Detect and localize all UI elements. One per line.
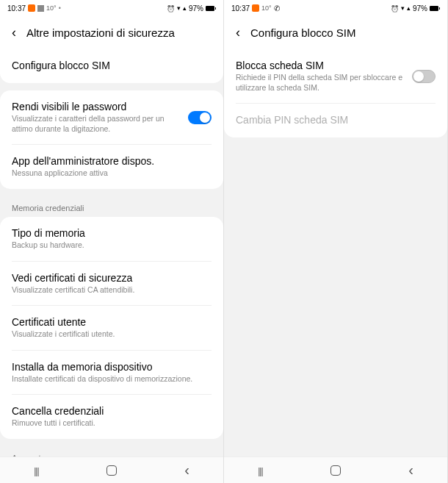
more-icon: • [59, 4, 61, 12]
row-subtitle: Richiede il PIN della scheda SIM per sbl… [236, 73, 405, 93]
section-header-avanzate: Avanzate [0, 446, 223, 457]
nav-back-button[interactable] [184, 462, 189, 479]
row-installa-memoria[interactable]: Installa da memoria dispositivo Installa… [0, 351, 223, 395]
row-title: App dell'amministratore dispos. [12, 155, 212, 167]
signal-icon: ▴ [407, 4, 411, 12]
page-title: Configura blocco SIM [250, 26, 355, 39]
screen-sim-lock: 10:37 10° ✆ ▾ ▴ 97% ‹ Configura blocco S… [224, 0, 448, 483]
back-icon[interactable]: ‹ [236, 25, 240, 40]
row-cambia-pin: Cambia PIN scheda SIM [224, 104, 447, 137]
battery-percent: 97% [413, 4, 427, 12]
row-blocca-sim[interactable]: Blocca scheda SIM Richiede il PIN della … [224, 49, 447, 103]
nav-back-button[interactable] [408, 462, 413, 479]
alarm-icon [167, 4, 175, 12]
row-subtitle: Visualizzate i caratteri della password … [12, 114, 181, 134]
row-subtitle: Installate certificati da dispositivo di… [12, 374, 212, 384]
row-title: Cambia PIN scheda SIM [236, 114, 436, 126]
battery-icon [206, 6, 216, 11]
row-subtitle: Visualizzate certificati CA attendibili. [12, 285, 212, 296]
notification-icon-2 [37, 5, 44, 12]
back-icon[interactable]: ‹ [12, 25, 16, 40]
row-subtitle: Visualizzate i certificati utente. [12, 329, 212, 340]
row-title: Rendi visibili le password [12, 101, 181, 112]
row-vedi-certificati[interactable]: Vedi certificati di sicurezza Visualizza… [0, 262, 223, 306]
settings-list: Configura blocco SIM Rendi visibili le p… [0, 49, 223, 457]
row-title: Configura blocco SIM [12, 60, 212, 71]
screen-security-settings: 10:37 10° • ▾ ▴ 97% ‹ Altre impostazioni… [0, 0, 224, 483]
status-bar: 10:37 10° • ▾ ▴ 97% [0, 0, 223, 16]
row-title: Installa da memoria dispositivo [12, 361, 212, 373]
row-title: Certificati utente [12, 316, 212, 328]
nav-bar [224, 457, 447, 483]
page-title: Altre impostazioni di sicurezza [26, 26, 175, 39]
row-title: Tipo di memoria [12, 227, 212, 239]
notification-icon [28, 4, 35, 12]
app-header: ‹ Configura blocco SIM [224, 16, 447, 49]
row-cancella-credenziali[interactable]: Cancella credenziali Rimuove tutti i cer… [0, 395, 223, 439]
app-header: ‹ Altre impostazioni di sicurezza [0, 16, 223, 49]
row-password-visible[interactable]: Rendi visibili le password Visualizzate … [0, 90, 223, 144]
settings-list: Blocca scheda SIM Richiede il PIN della … [224, 49, 447, 457]
nav-recent-button[interactable] [34, 465, 38, 476]
row-certificati-utente[interactable]: Certificati utente Visualizzate i certif… [0, 306, 223, 350]
nav-bar [0, 457, 223, 483]
row-subtitle: Backup su hardware. [12, 240, 212, 251]
row-configura-sim[interactable]: Configura blocco SIM [0, 49, 223, 83]
nav-home-button[interactable] [106, 465, 117, 476]
status-bar: 10:37 10° ✆ ▾ ▴ 97% [224, 0, 447, 16]
row-title: Blocca scheda SIM [236, 60, 405, 71]
section-header-memoria: Memoria credenziali [0, 196, 223, 217]
row-subtitle: Nessuna applicazione attiva [12, 168, 212, 179]
row-admin-apps[interactable]: App dell'amministratore dispos. Nessuna … [0, 145, 223, 189]
toggle-sim-lock[interactable] [412, 70, 436, 83]
notification-icon [252, 4, 259, 12]
row-title: Vedi certificati di sicurezza [12, 272, 212, 284]
status-time: 10:37 [231, 4, 250, 12]
battery-icon [430, 6, 440, 11]
row-subtitle: Rimuove tutti i certificati. [12, 418, 212, 429]
toggle-password[interactable] [188, 111, 212, 124]
wifi-icon: ▾ [177, 4, 181, 12]
row-title: Cancella credenziali [12, 405, 212, 417]
alarm-icon [391, 4, 399, 12]
temperature: 10° [261, 4, 272, 12]
nav-home-button[interactable] [330, 465, 341, 476]
temperature: 10° [46, 4, 57, 12]
whatsapp-icon: ✆ [274, 4, 280, 12]
wifi-icon: ▾ [401, 4, 405, 12]
row-tipo-memoria[interactable]: Tipo di memoria Backup su hardware. [0, 217, 223, 261]
status-time: 10:37 [7, 4, 26, 12]
signal-icon: ▴ [183, 4, 187, 12]
battery-percent: 97% [189, 4, 203, 12]
nav-recent-button[interactable] [258, 465, 262, 476]
